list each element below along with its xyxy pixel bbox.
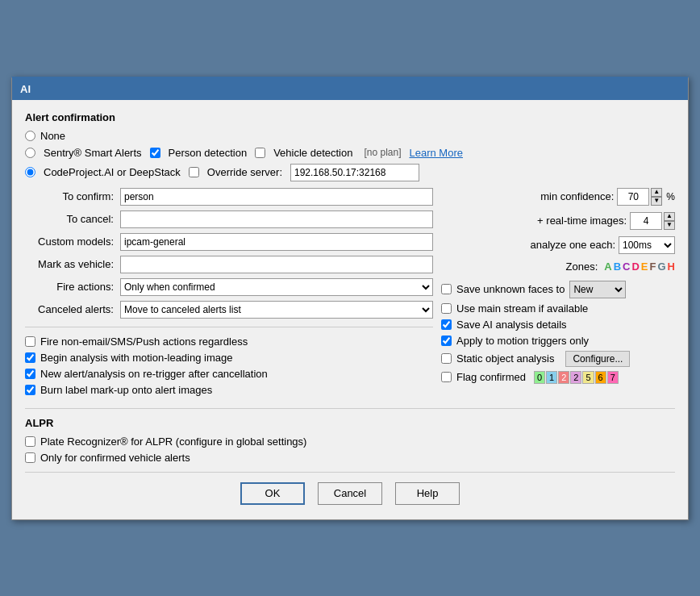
analyze-one-each-row: analyze one each: 100ms 200ms 500ms 1s — [441, 236, 675, 254]
begin-analysis-checkbox[interactable] — [25, 352, 35, 363]
analyze-one-each-select[interactable]: 100ms 200ms 500ms 1s — [619, 236, 675, 254]
title-bar: AI — [12, 78, 688, 100]
only-confirmed-vehicle-label[interactable]: Only for confirmed vehicle alerts — [40, 452, 190, 464]
flag-num-6[interactable]: 6 — [595, 371, 606, 384]
zone-D[interactable]: D — [631, 260, 639, 273]
zone-A[interactable]: A — [604, 260, 611, 273]
alpr-section: ALPR Plate Recognizer® for ALPR (configu… — [25, 417, 675, 464]
none-label[interactable]: None — [40, 130, 65, 142]
flag-confirmed-label[interactable]: Flag confirmed — [456, 371, 526, 383]
zones-label: Zones: — [566, 260, 598, 273]
apply-to-motion-label[interactable]: Apply to motion triggers only — [456, 335, 589, 347]
vehicle-detection-checkbox[interactable] — [255, 148, 265, 158]
apply-to-motion-row: Apply to motion triggers only — [441, 335, 675, 347]
configure-button[interactable]: Configure... — [565, 351, 630, 367]
cancel-button[interactable]: Cancel — [318, 482, 382, 505]
flag-num-7[interactable]: 7 — [607, 371, 619, 384]
sentry-label[interactable]: Sentry® Smart Alerts — [44, 147, 142, 159]
static-object-label[interactable]: Static object analysis — [456, 352, 554, 365]
use-main-stream-row: Use main stream if available — [441, 302, 675, 315]
real-time-images-input[interactable] — [630, 212, 662, 230]
real-time-images-up-btn[interactable]: ▲ — [664, 212, 675, 221]
save-ai-analysis-row: Save AI analysis details — [441, 319, 675, 331]
help-button[interactable]: Help — [395, 482, 460, 505]
fire-non-email-checkbox[interactable] — [25, 336, 35, 347]
min-confidence-input[interactable] — [617, 188, 649, 206]
flag-confirmed-checkbox[interactable] — [441, 372, 452, 382]
person-detection-label[interactable]: Person detection — [169, 147, 248, 159]
custom-models-input[interactable] — [120, 233, 433, 251]
flag-num-2[interactable]: 2 — [558, 371, 569, 384]
min-confidence-up-btn[interactable]: ▲ — [651, 188, 662, 197]
fire-actions-label: Fire actions: — [25, 281, 114, 293]
codeproject-label[interactable]: CodeProject.AI or DeepStack — [44, 166, 181, 178]
zone-E[interactable]: E — [641, 260, 648, 273]
save-unknown-faces-row: Save unknown faces to New Folder 1 — [441, 281, 675, 298]
save-ai-analysis-label[interactable]: Save AI analysis details — [456, 319, 567, 331]
only-confirmed-vehicle-row: Only for confirmed vehicle alerts — [25, 452, 675, 464]
zone-F[interactable]: F — [650, 260, 656, 273]
vehicle-detection-label[interactable]: Vehicle detection — [273, 147, 352, 159]
new-alert-label[interactable]: New alert/analysis on re-trigger after c… — [40, 368, 268, 380]
none-radio[interactable] — [25, 131, 35, 141]
zone-C[interactable]: C — [623, 260, 630, 273]
fire-non-email-row: Fire non-email/SMS/Push actions regardle… — [25, 336, 433, 348]
burn-label-checkbox[interactable] — [25, 385, 35, 395]
zone-B[interactable]: B — [614, 260, 621, 273]
override-server-label[interactable]: Override server: — [207, 166, 282, 178]
real-time-images-down-btn[interactable]: ▼ — [664, 221, 675, 230]
flag-confirmed-row: Flag confirmed 0 1 2 2 5 6 7 — [441, 371, 675, 384]
flag-num-1[interactable]: 1 — [546, 371, 557, 384]
apply-to-motion-checkbox[interactable] — [441, 336, 452, 346]
learn-more-link[interactable]: Learn More — [409, 147, 462, 159]
min-confidence-spinner: ▲ ▼ % — [617, 188, 675, 206]
min-confidence-label: min confidence: — [540, 190, 614, 202]
canceled-alerts-select[interactable]: Move to canceled alerts list Delete Keep — [120, 301, 433, 319]
to-cancel-label: To cancel: — [25, 213, 114, 225]
sentry-radio-row: Sentry® Smart Alerts Person detection Ve… — [25, 147, 675, 159]
real-time-images-label: + real-time images: — [537, 215, 627, 227]
static-object-checkbox[interactable] — [441, 353, 452, 364]
codeproject-radio-row: CodeProject.AI or DeepStack Override ser… — [25, 164, 675, 181]
save-unknown-faces-checkbox[interactable] — [441, 284, 452, 294]
zone-G[interactable]: G — [657, 260, 665, 273]
override-server-input[interactable]: 192.168.50.17:32168 — [290, 164, 419, 181]
begin-analysis-label[interactable]: Begin analysis with motion-leading image — [40, 352, 232, 364]
use-main-stream-checkbox[interactable] — [441, 303, 452, 314]
override-server-checkbox[interactable] — [189, 167, 199, 177]
person-detection-checkbox[interactable] — [150, 148, 160, 158]
zone-H[interactable]: H — [668, 260, 675, 273]
min-confidence-down-btn[interactable]: ▼ — [651, 197, 662, 206]
burn-label-label[interactable]: Burn label mark-up onto alert images — [40, 384, 212, 396]
fire-actions-select[interactable]: Only when confirmed Always Never — [120, 278, 433, 296]
codeproject-radio[interactable] — [25, 167, 35, 177]
new-select[interactable]: New Folder 1 — [569, 281, 626, 298]
ok-button[interactable]: OK — [240, 482, 305, 505]
alpr-title: ALPR — [25, 417, 675, 429]
save-unknown-faces-label[interactable]: Save unknown faces to — [456, 283, 565, 295]
plate-recognizer-label[interactable]: Plate Recognizer® for ALPR (configure in… — [40, 436, 306, 448]
only-confirmed-vehicle-checkbox[interactable] — [25, 452, 35, 463]
to-confirm-label: To confirm: — [25, 190, 114, 202]
flag-num-3[interactable]: 2 — [570, 371, 581, 384]
save-ai-analysis-checkbox[interactable] — [441, 319, 452, 330]
plate-recognizer-checkbox[interactable] — [25, 436, 35, 447]
plate-recognizer-row: Plate Recognizer® for ALPR (configure in… — [25, 436, 675, 448]
zones-row: Zones: A B C D E F G H — [441, 260, 675, 273]
canceled-alerts-row: Canceled alerts: Move to canceled alerts… — [25, 301, 433, 319]
sentry-radio[interactable] — [25, 148, 35, 158]
fire-actions-row: Fire actions: Only when confirmed Always… — [25, 278, 433, 296]
new-alert-checkbox[interactable] — [25, 369, 35, 379]
use-main-stream-label[interactable]: Use main stream if available — [456, 302, 588, 315]
flag-num-0[interactable]: 0 — [534, 371, 545, 384]
fire-non-email-label[interactable]: Fire non-email/SMS/Push actions regardle… — [40, 336, 248, 348]
bottom-checkboxes: Fire non-email/SMS/Push actions regardle… — [25, 336, 433, 396]
ai-dialog: AI Alert confirmation None Sentry® Smart… — [11, 77, 689, 520]
flag-num-5[interactable]: 5 — [582, 371, 594, 384]
zone-letters: A B C D E F G H — [604, 260, 675, 273]
to-cancel-input[interactable] — [120, 210, 433, 228]
to-confirm-input[interactable] — [120, 188, 433, 206]
to-confirm-row: To confirm: — [25, 188, 433, 206]
mark-as-vehicle-label: Mark as vehicle: — [25, 258, 114, 270]
mark-as-vehicle-input[interactable] — [120, 256, 433, 273]
